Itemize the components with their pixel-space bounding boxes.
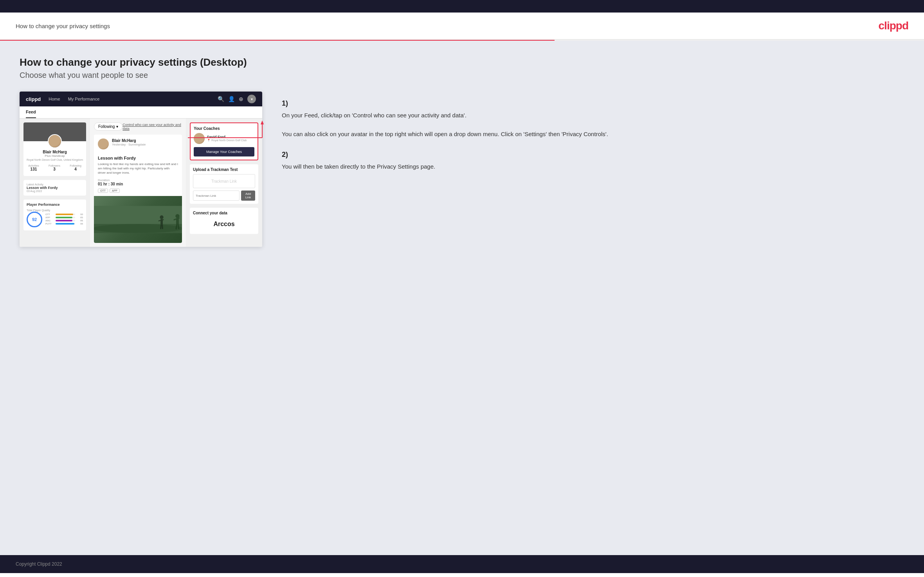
app-right-sidebar: Your Coaches David Ford 📍 Royal North De…: [186, 119, 262, 247]
stat-followers-label: Followers: [49, 164, 60, 167]
coach-club: 📍 Royal North Devon Golf Club: [207, 139, 247, 142]
app-container: clippd Home My Performance 🔍 👤 ⊕ ▾ Feed: [20, 92, 904, 247]
activity-duration-value: 01 hr : 30 min: [98, 182, 123, 186]
latest-activity-date: 03 Aug 2022: [27, 190, 83, 192]
bar-putt-fill: [56, 223, 74, 225]
arccos-logo: Arccos: [193, 217, 255, 231]
bar-app-label: APP: [45, 216, 54, 219]
stat-followers: Followers 3: [49, 164, 60, 171]
step1-text: On your Feed, click/tap on 'Control who …: [282, 111, 904, 139]
tpq-label: Total Player Quality: [27, 209, 83, 212]
page-heading: How to change your privacy settings (Des…: [20, 56, 904, 68]
step1-number: 1): [282, 99, 904, 108]
bar-ott-label: OTT: [45, 213, 54, 216]
trackman-input[interactable]: [193, 191, 240, 201]
app-nav-performance[interactable]: My Performance: [68, 97, 100, 101]
app-screenshot: clippd Home My Performance 🔍 👤 ⊕ ▾ Feed: [20, 92, 262, 247]
bar-arg-track: [56, 220, 75, 221]
bar-putt: PUTT 96: [45, 223, 83, 225]
perf-body: 92 OTT 90: [27, 212, 83, 227]
trackman-input-row: Add Link: [193, 191, 255, 201]
coaches-card: Your Coaches David Ford 📍 Royal North De…: [190, 122, 258, 160]
page-subheading: Choose what you want people to see: [20, 71, 904, 80]
activity-header: Blair McHarg Yesterday · Sunningdale: [94, 135, 182, 153]
trackman-placeholder: Trackman Link: [193, 174, 255, 188]
main-content: How to change your privacy settings (Des…: [0, 41, 924, 555]
tag-ott: OTT: [98, 189, 108, 193]
following-chevron-icon: ▾: [116, 124, 118, 129]
app-nav-right: 🔍 👤 ⊕ ▾: [218, 95, 256, 103]
app-nav-home[interactable]: Home: [49, 97, 60, 101]
footer: Copyright Clippd 2022: [0, 555, 924, 573]
control-privacy-link[interactable]: Control who can see your activity and da…: [122, 123, 182, 131]
avatar-inner: [49, 135, 61, 147]
add-link-button[interactable]: Add Link: [241, 191, 255, 201]
profile-stats: Activities 131 Followers 3 Following 4: [23, 164, 86, 171]
activity-tags: OTT APP: [98, 189, 178, 193]
screenshot-wrapper: clippd Home My Performance 🔍 👤 ⊕ ▾ Feed: [20, 92, 262, 247]
plus-circle-icon[interactable]: ⊕: [239, 96, 243, 102]
activity-title: Lesson with Fordy: [98, 156, 178, 160]
app-nav: clippd Home My Performance 🔍 👤 ⊕ ▾: [20, 92, 262, 106]
instruction-step2: 2) You will then be taken directly to th…: [282, 151, 904, 171]
manage-coaches-button[interactable]: Manage Your Coaches: [194, 147, 254, 156]
activity-card: Blair McHarg Yesterday · Sunningdale Les…: [94, 135, 182, 243]
instruction-step1: 1) On your Feed, click/tap on 'Control w…: [282, 99, 904, 139]
bar-ott: OTT 90: [45, 213, 83, 216]
person-icon[interactable]: 👤: [228, 96, 235, 102]
location-icon: 📍: [207, 139, 211, 142]
app-nav-logo: clippd: [26, 96, 41, 102]
bar-app-value: 85: [77, 216, 83, 219]
step2-number: 2): [282, 151, 904, 159]
tag-app: APP: [110, 189, 120, 193]
app-body: Blair McHarg Plus Handicap Royal North D…: [20, 119, 262, 247]
header: How to change your privacy settings clip…: [0, 13, 924, 40]
profile-card: Blair McHarg Plus Handicap Royal North D…: [23, 122, 86, 176]
header-title: How to change your privacy settings: [16, 23, 110, 29]
quality-circle: 92: [27, 212, 42, 227]
footer-copyright: Copyright Clippd 2022: [16, 561, 62, 567]
activity-duration-label: Duration 01 hr : 30 min: [98, 178, 178, 186]
feed-header: Following ▾ Control who can see your act…: [94, 122, 182, 131]
bar-arg-fill: [56, 220, 72, 221]
step2-text: You will then be taken directly to the P…: [282, 162, 904, 171]
stat-activities: Activities 131: [28, 164, 39, 171]
trackman-title: Upload a Trackman Test: [193, 167, 255, 172]
following-label: Following: [98, 124, 115, 129]
instructions-panel: 1) On your Feed, click/tap on 'Control w…: [274, 92, 904, 183]
coach-row: David Ford 📍 Royal North Devon Golf Club: [194, 133, 254, 144]
activity-user-meta: Yesterday · Sunningdale: [112, 143, 146, 146]
feed-tab[interactable]: Feed: [26, 106, 36, 118]
activity-user-name: Blair McHarg: [112, 138, 146, 143]
bar-putt-label: PUTT: [45, 223, 54, 225]
bar-putt-track: [56, 223, 75, 225]
stat-following-label: Following: [70, 164, 81, 167]
bar-app-track: [56, 217, 75, 218]
stat-activities-label: Activities: [28, 164, 39, 167]
svg-point-3: [160, 215, 163, 219]
activity-description: Looking to feel like my hands are exitin…: [98, 162, 178, 175]
activity-image: [94, 196, 182, 243]
following-button[interactable]: Following ▾: [94, 122, 122, 131]
coaches-title: Your Coaches: [194, 126, 254, 131]
logo: clippd: [879, 20, 908, 32]
profile-club: Royal North Devon Golf Club, United King…: [23, 158, 86, 161]
avatar-icon[interactable]: ▾: [247, 95, 256, 103]
connect-title: Connect your data: [193, 211, 255, 215]
bar-ott-fill: [56, 214, 73, 215]
coach-name: David Ford: [207, 135, 247, 139]
bar-app: APP 85: [45, 216, 83, 219]
activity-image-svg: [94, 196, 182, 243]
stat-followers-value: 3: [49, 167, 60, 171]
perf-bars: OTT 90 APP: [45, 213, 83, 226]
player-performance-card: Player Performance Total Player Quality …: [23, 200, 86, 230]
bar-ott-track: [56, 214, 75, 215]
activity-user-avatar: [98, 138, 109, 149]
coach-info: David Ford 📍 Royal North Devon Golf Club: [207, 135, 247, 142]
coach-avatar: [194, 133, 205, 144]
latest-activity-card: Latest Activity Lesson with Fordy 03 Aug…: [23, 180, 86, 196]
search-icon[interactable]: 🔍: [218, 96, 224, 102]
app-tabs: Feed: [20, 106, 262, 119]
top-bar: [0, 0, 924, 13]
app-feed: Following ▾ Control who can see your act…: [90, 119, 186, 247]
